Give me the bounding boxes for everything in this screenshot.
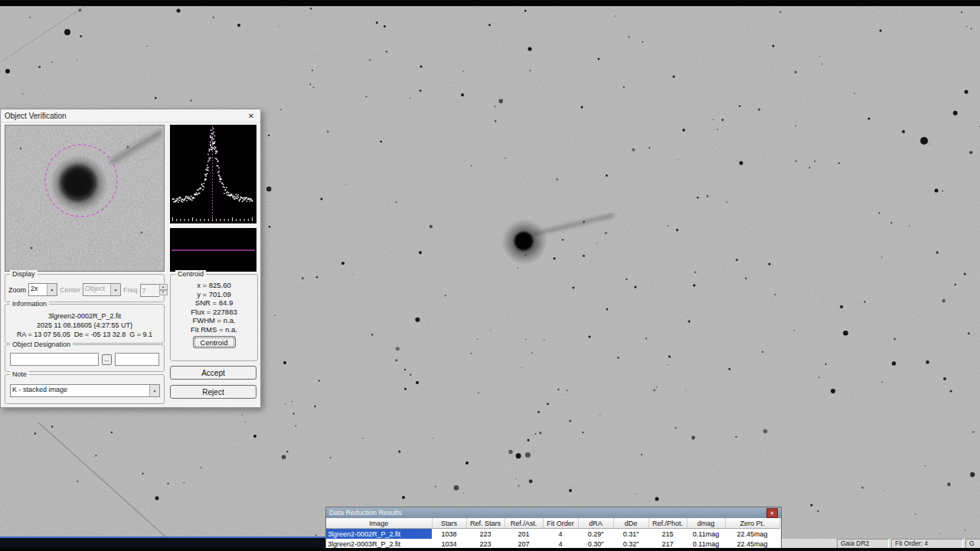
chevron-down-icon: ▼	[47, 284, 57, 295]
center-label: Center	[60, 286, 80, 294]
centroid-button[interactable]: Centroid	[193, 336, 236, 348]
column-header[interactable]: dDe	[613, 518, 648, 529]
column-header[interactable]: Ref./Ast.	[505, 518, 543, 529]
centroid-values: x = 825.60y = 701.09SNR = 84.9Flux = 227…	[171, 275, 257, 334]
table-cell[interactable]: 3lgreen2-0002R_P_2.fit	[326, 529, 432, 540]
centroid-value: Flux = 227883	[171, 308, 257, 317]
table-cell[interactable]: 4	[543, 529, 578, 540]
results-title: Data Reduction Results	[329, 509, 402, 517]
note-group: Note K - stacked image ▼	[5, 374, 165, 404]
designation-input[interactable]	[10, 353, 99, 366]
chevron-down-icon: ▼	[149, 385, 159, 396]
freq-stepper[interactable]: ▲ ▼	[140, 284, 168, 295]
display-group-label: Display	[10, 270, 38, 278]
table-cell[interactable]: 223	[466, 529, 505, 540]
zoom-label: Zoom	[8, 286, 26, 294]
zoom-value: 2x	[29, 284, 47, 295]
close-icon[interactable]: ✕	[246, 112, 256, 120]
letterbox-top	[0, 0, 980, 6]
chevron-down-icon: ▼	[110, 284, 120, 295]
designation-secondary-input[interactable]	[115, 353, 159, 366]
table-cell[interactable]: 0.31"	[613, 529, 648, 540]
column-header[interactable]: Ref. Stars	[466, 518, 505, 529]
observation-datetime: 2025 11 08.18605 (4:27:55 UT)	[5, 321, 164, 330]
image-filename: 3lgreen2-0002R_P_2.fit	[5, 311, 164, 321]
designation-browse-button[interactable]: ...	[102, 354, 112, 365]
results-table: ImageStarsRef. StarsRef./Ast.Fit OrderdR…	[326, 518, 780, 549]
table-cell[interactable]: 215	[648, 529, 687, 540]
accept-button[interactable]: Accept	[170, 366, 256, 380]
display-group: Display Zoom 2x ▼ Center Object ▼ Freq ▲…	[5, 274, 165, 302]
table-cell[interactable]: 201	[505, 529, 543, 540]
note-select[interactable]: K - stacked image ▼	[10, 384, 160, 397]
spin-down-icon[interactable]: ▼	[159, 290, 168, 296]
reject-button[interactable]: Reject	[170, 385, 256, 399]
close-icon[interactable]: ✕	[766, 508, 778, 518]
column-header[interactable]: Fit Order	[543, 518, 578, 529]
column-header[interactable]: Ref./Phot.	[648, 518, 687, 529]
column-header[interactable]: Zero Pt.	[725, 518, 779, 529]
column-header[interactable]: Stars	[432, 518, 466, 529]
comet[interactable]	[501, 219, 547, 265]
object-zoom-image	[5, 125, 165, 272]
center-value: Object	[83, 284, 110, 295]
centroid-value: FWHM = n.a.	[171, 316, 257, 325]
designation-group-label: Object Designation	[10, 341, 73, 348]
centroid-group: Centroid x = 825.60y = 701.09SNR = 84.9F…	[170, 274, 258, 361]
results-table-body: ImageStarsRef. StarsRef./Ast.Fit OrderdR…	[326, 518, 781, 551]
results-titlebar[interactable]: Data Reduction Results ✕	[326, 507, 781, 518]
table-cell[interactable]: 22.45mag	[725, 529, 779, 540]
object-coordinates: RA = 13 07 56.05 De = -05 13 32.8 G = 9.…	[5, 330, 164, 339]
table-cell[interactable]: 1038	[432, 529, 466, 540]
information-group: Information 3lgreen2-0002R_P_2.fit 2025 …	[5, 304, 165, 344]
centroid-group-label: Centroid	[175, 270, 206, 278]
information-group-label: Information	[10, 300, 49, 308]
note-group-label: Note	[10, 370, 29, 378]
freq-input[interactable]	[140, 284, 159, 297]
freq-label: Freq	[123, 286, 138, 294]
data-reduction-results-window: Data Reduction Results ✕ ImageStarsRef. …	[325, 507, 782, 551]
table-cell[interactable]: 0.11mag	[687, 529, 725, 540]
dialog-titlebar[interactable]: Object Verification ✕	[1, 109, 260, 122]
zoom-select[interactable]: 2x ▼	[28, 283, 57, 296]
table-cell[interactable]: 0.29"	[578, 529, 613, 540]
centroid-value: SNR = 84.9	[171, 298, 257, 308]
column-header[interactable]: dRA	[578, 518, 613, 529]
object-designation-group: Object Designation ...	[5, 344, 165, 372]
centroid-value: x = 825.60	[171, 281, 257, 290]
letterbox-bottom	[0, 548, 980, 551]
object-verification-dialog: Object Verification ✕	[0, 109, 261, 408]
psf-profile-plot	[170, 125, 256, 223]
centroid-value: y = 701.09	[171, 290, 257, 299]
dialog-title: Object Verification	[5, 112, 67, 120]
spin-up-icon[interactable]: ▲	[159, 284, 168, 290]
centroid-value: Fit RMS = n.a.	[171, 325, 257, 334]
psf-residual-plot	[170, 228, 256, 272]
column-header[interactable]: Image	[326, 518, 432, 529]
center-select[interactable]: Object ▼	[83, 283, 121, 296]
note-value: K - stacked image	[11, 385, 149, 396]
table-row[interactable]: 3lgreen2-0002R_P_2.fit103822320140.29"0.…	[326, 529, 779, 540]
column-header[interactable]: dmag	[687, 518, 725, 529]
